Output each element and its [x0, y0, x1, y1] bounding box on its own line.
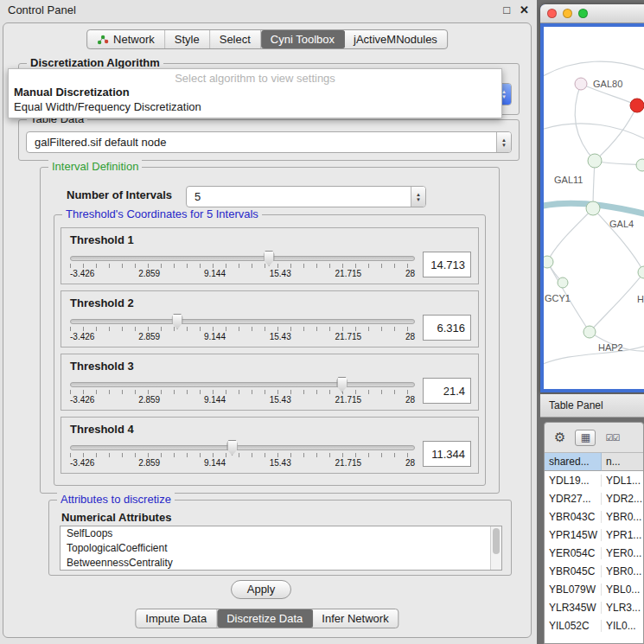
table-cell[interactable]: YPR1...: [602, 529, 643, 541]
table-row[interactable]: YPR145W YPR1...: [545, 526, 643, 544]
list-item[interactable]: SelfLoops: [61, 526, 501, 541]
attributes-group-label: Attributes to discretize: [57, 493, 175, 506]
threshold-4-value-field[interactable]: 11.344: [423, 441, 471, 467]
zoom-traffic-light[interactable]: [578, 9, 588, 18]
table-cell[interactable]: YLR3...: [602, 602, 643, 614]
list-scrollbar[interactable]: [490, 526, 501, 570]
threshold-1-value-field[interactable]: 14.713: [423, 252, 471, 277]
checkboxes-icon[interactable]: ☑☑: [605, 433, 619, 443]
threshold-3-panel: Threshold 3 -3.426 2.859 9.144 15.4: [61, 354, 479, 411]
threshold-4-slider[interactable]: [70, 445, 415, 450]
table-row[interactable]: YDL19... YDL1...: [545, 471, 643, 489]
table-data-combobox[interactable]: galFiltered.sif default node ▲ ▼: [26, 131, 512, 153]
tab-discretize-data[interactable]: Discretize Data: [217, 609, 313, 628]
tab-infer-network[interactable]: Infer Network: [312, 609, 398, 628]
table-cell[interactable]: YBR045C: [545, 565, 602, 577]
threshold-2-slider[interactable]: [70, 319, 415, 324]
scale-label: 9.144: [204, 395, 226, 405]
tab-jactivemnodules[interactable]: jActiveMNodules: [344, 30, 447, 48]
number-of-intervals-combobox[interactable]: 5 ▲ ▼: [186, 186, 426, 207]
scale-label: 2.859: [138, 269, 160, 278]
table-row[interactable]: YBR045C YBR0...: [545, 562, 643, 580]
table-row[interactable]: YIL052C YIL0...: [545, 616, 643, 634]
column-header-name[interactable]: n...: [602, 452, 643, 471]
node-hap2[interactable]: [583, 326, 596, 338]
table-cell[interactable]: YBR0...: [602, 565, 643, 577]
node-gal80[interactable]: [575, 78, 587, 90]
table-header-row: shared... n...: [545, 452, 643, 471]
table-cell[interactable]: YDR27...: [545, 493, 602, 505]
column-header-shared-name[interactable]: shared...: [545, 452, 602, 471]
list-scrollbar-thumb[interactable]: [493, 528, 500, 554]
discretization-algorithm-group-label: Discretization Algorithm: [27, 56, 163, 69]
node[interactable]: [544, 256, 553, 268]
threshold-3-slider[interactable]: [70, 382, 415, 387]
node-gcy1[interactable]: [558, 277, 568, 288]
column-selector-button[interactable]: ▦: [575, 430, 596, 446]
table-toolbar: ⚙ ▦ ☑☑: [545, 423, 643, 452]
table-cell[interactable]: YLR345W: [545, 602, 602, 614]
node-gal4[interactable]: [586, 201, 600, 215]
columns-icon: ▦: [581, 431, 590, 443]
table-cell[interactable]: YDR2...: [602, 493, 643, 505]
table-cell[interactable]: YBL079W: [545, 583, 602, 596]
combobox-stepper[interactable]: ▲ ▼: [411, 187, 425, 207]
scale-label: 15.43: [270, 269, 291, 278]
network-canvas[interactable]: GAL80 GAL11 GAL4 GCY1 HAP2 H: [544, 27, 644, 389]
tab-network[interactable]: Network: [87, 30, 165, 48]
minimize-traffic-light[interactable]: [563, 9, 572, 18]
node[interactable]: [636, 159, 644, 171]
slider-ticks: [70, 453, 415, 457]
threshold-3-value-field[interactable]: 21.4: [423, 378, 471, 404]
threshold-2-value-field[interactable]: 6.316: [423, 315, 471, 341]
close-window-icon[interactable]: ✕: [520, 3, 529, 16]
table-cell[interactable]: YDL19...: [545, 475, 602, 487]
table-cell[interactable]: YIL052C: [545, 620, 602, 632]
top-tabstrip: Network Style Select Cyni Toolbox jActiv…: [86, 29, 448, 49]
table-cell[interactable]: YER054C: [545, 547, 602, 559]
table-row[interactable]: YDR27... YDR2...: [545, 489, 643, 507]
threshold-1-slider[interactable]: [70, 256, 415, 261]
table-row[interactable]: YBR043C YBR0...: [545, 507, 643, 526]
list-item[interactable]: BetweennessCentrality: [61, 556, 501, 571]
slider-ticks: [70, 264, 415, 268]
table-row[interactable]: YLR345W YLR3...: [545, 598, 643, 616]
table-cell[interactable]: YER0...: [602, 547, 643, 559]
thresholds-group: Threshold's Coordinates for 5 Intervals …: [54, 214, 486, 486]
scale-label: 21.715: [335, 269, 362, 278]
list-item[interactable]: TopologicalCoefficient: [61, 541, 501, 556]
scale-label: 28: [405, 395, 415, 405]
table-row[interactable]: YER054C YER0...: [545, 544, 643, 562]
table-cell[interactable]: YDL1...: [602, 475, 643, 487]
threshold-3-label: Threshold 3: [70, 360, 134, 373]
tab-cyni-toolbox-label: Cyni Toolbox: [271, 33, 335, 46]
node[interactable]: [638, 266, 644, 278]
scale-label: 15.43: [270, 458, 291, 468]
close-traffic-light[interactable]: [547, 9, 557, 18]
table-cell[interactable]: YBL0...: [602, 583, 643, 596]
table-row[interactable]: YBL079W YBL0...: [545, 580, 643, 598]
gear-icon[interactable]: ⚙: [554, 430, 565, 445]
tab-select-label: Select: [220, 33, 251, 46]
combobox-stepper[interactable]: ▲ ▼: [496, 132, 511, 152]
arrow-down-icon: ▼: [416, 197, 421, 202]
table-cell[interactable]: YBR0...: [602, 511, 643, 523]
tab-style[interactable]: Style: [165, 30, 210, 48]
selected-red-node[interactable]: [630, 99, 644, 112]
scale-label: 28: [405, 332, 415, 341]
node-gal11[interactable]: [588, 154, 602, 168]
table-cell[interactable]: YPR145W: [545, 529, 602, 541]
table-cell[interactable]: YBR043C: [545, 511, 602, 523]
algorithm-option-manual[interactable]: Manual Discretization: [9, 85, 501, 99]
table-panel-header: Table Panel: [540, 394, 644, 418]
apply-button[interactable]: Apply: [231, 580, 291, 599]
node-label: GCY1: [545, 293, 571, 303]
network-icon: [97, 35, 109, 45]
algorithm-option-equal-width[interactable]: Equal Width/Frequency Discretization: [9, 99, 501, 114]
float-window-icon[interactable]: □: [503, 3, 510, 16]
scale-label: 21.715: [335, 332, 362, 341]
tab-impute-data[interactable]: Impute Data: [136, 609, 217, 628]
tab-select[interactable]: Select: [210, 30, 261, 48]
tab-cyni-toolbox[interactable]: Cyni Toolbox: [261, 30, 345, 48]
table-cell[interactable]: YIL0...: [602, 620, 643, 632]
